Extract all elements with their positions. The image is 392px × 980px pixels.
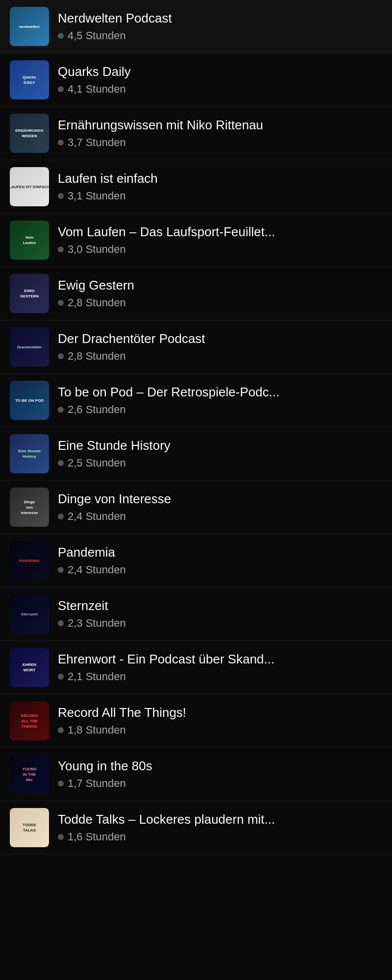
podcast-artwork-ehrenwort: EHRENWORT [10, 648, 49, 687]
podcast-item-eine-stunde[interactable]: Eine StundeHistoryEine Stunde History2,5… [0, 427, 392, 481]
svg-text:TODDE: TODDE [23, 823, 37, 827]
podcast-title-vom-laufen: Vom Laufen – Das Laufsport-Feuillet... [58, 224, 382, 240]
podcast-item-young[interactable]: YOUNGIN THE80sYoung in the 80s1,7 Stunde… [0, 748, 392, 801]
podcast-item-quarks[interactable]: QuarksDAILYQuarks Daily4,1 Stunden [0, 53, 392, 107]
duration-dot-vom-laufen [58, 246, 64, 252]
duration-dot-laufen-einfach [58, 193, 64, 199]
podcast-artwork-sternzeit: Sternzeit [10, 594, 49, 634]
podcast-duration-tobe: 2,6 Stunden [58, 403, 382, 416]
podcast-duration-eine-stunde: 2,5 Stunden [58, 457, 382, 469]
duration-text-vom-laufen: 3,0 Stunden [68, 243, 126, 256]
svg-text:Drachentöter: Drachentöter [17, 345, 42, 349]
podcast-item-pandemia[interactable]: PANDEMIAPandemia2,4 Stunden [0, 534, 392, 588]
podcast-item-drachentöter[interactable]: DrachentöterDer Drachentöter Podcast2,8 … [0, 320, 392, 374]
podcast-info-drachentöter: Der Drachentöter Podcast2,8 Stunden [58, 331, 382, 362]
podcast-artwork-quarks: QuarksDAILY [10, 60, 49, 99]
podcast-title-ehrenwort: Ehrenwort - Ein Podcast über Skand... [58, 652, 382, 667]
podcast-artwork-nerdwelten: nerdwelten [10, 7, 49, 46]
podcast-title-pandemia: Pandemia [58, 545, 382, 560]
podcast-info-ewig-gestern: Ewig Gestern2,8 Stunden [58, 278, 382, 309]
duration-text-tobe: 2,6 Stunden [68, 403, 126, 416]
podcast-title-todde: Todde Talks – Lockeres plaudern mit... [58, 812, 382, 827]
svg-rect-5 [10, 114, 49, 153]
podcast-duration-pandemia: 2,4 Stunden [58, 564, 382, 576]
svg-text:Interesse: Interesse [21, 511, 38, 515]
svg-text:EWIG: EWIG [24, 289, 34, 293]
podcast-item-ernahrung[interactable]: ERNÄHRUNGSWISSENErnährungswissen mit Nik… [0, 107, 392, 160]
duration-text-young: 1,7 Stunden [68, 777, 126, 790]
svg-text:PANDEMIA: PANDEMIA [19, 559, 40, 563]
duration-text-ernahrung: 3,7 Stunden [68, 136, 126, 149]
podcast-artwork-pandemia: PANDEMIA [10, 541, 49, 580]
podcast-item-ewig-gestern[interactable]: EWIGGESTERNEwig Gestern2,8 Stunden [0, 267, 392, 320]
svg-text:Eine Stunde: Eine Stunde [18, 449, 41, 453]
svg-rect-13 [10, 274, 49, 313]
podcast-title-nerdwelten: Nerdwelten Podcast [58, 11, 382, 26]
svg-text:Quarks: Quarks [23, 75, 36, 79]
podcast-item-laufen-einfach[interactable]: LAUFEN IST EINFACHLaufen ist einfach3,1 … [0, 160, 392, 214]
svg-text:LAUFEN IST EINFACH: LAUFEN IST EINFACH [10, 185, 49, 189]
duration-dot-sternzeit [58, 620, 64, 626]
duration-dot-nerdwelten [58, 33, 64, 39]
duration-text-nerdwelten: 4,5 Stunden [68, 29, 126, 42]
svg-text:DAILY: DAILY [24, 80, 35, 85]
podcast-info-ernahrung: Ernährungswissen mit Niko Rittenau3,7 St… [58, 118, 382, 148]
duration-text-drachentöter: 2,8 Stunden [68, 350, 126, 363]
podcast-item-nerdwelten[interactable]: nerdweltenNerdwelten Podcast4,5 Stunden [0, 0, 392, 53]
podcast-artwork-dinge: DingevonInteresse [10, 488, 49, 527]
svg-text:History: History [23, 454, 36, 459]
podcast-title-ewig-gestern: Ewig Gestern [58, 278, 382, 293]
podcast-item-ehrenwort[interactable]: EHRENWORTEhrenwort - Ein Podcast über Sk… [0, 641, 392, 694]
svg-rect-20 [10, 434, 49, 473]
podcast-artwork-ewig-gestern: EWIGGESTERN [10, 274, 49, 313]
svg-text:Dinge: Dinge [24, 500, 35, 504]
podcast-duration-quarks: 4,1 Stunden [58, 83, 382, 96]
podcast-artwork-laufen-einfach: LAUFEN IST EINFACH [10, 167, 49, 206]
duration-text-laufen-einfach: 3,1 Stunden [68, 190, 126, 202]
duration-dot-tobe [58, 407, 64, 413]
duration-text-quarks: 4,1 Stunden [68, 83, 126, 96]
svg-text:Laufen: Laufen [23, 241, 36, 245]
duration-dot-young [58, 781, 64, 786]
podcast-title-record: Record All The Things! [58, 705, 382, 720]
podcast-info-young: Young in the 80s1,7 Stunden [58, 759, 382, 789]
podcast-item-dinge[interactable]: DingevonInteresseDinge von Interesse2,4 … [0, 481, 392, 534]
svg-text:TO BE ON POD: TO BE ON POD [15, 398, 44, 403]
svg-text:Vom: Vom [25, 235, 34, 240]
podcast-title-young: Young in the 80s [58, 759, 382, 774]
podcast-title-sternzeit: Sternzeit [58, 598, 382, 613]
duration-text-eine-stunde: 2,5 Stunden [68, 457, 126, 469]
duration-dot-pandemia [58, 567, 64, 573]
podcast-info-vom-laufen: Vom Laufen – Das Laufsport-Feuillet...3,… [58, 224, 382, 255]
duration-text-dinge: 2,4 Stunden [68, 510, 126, 523]
podcast-duration-vom-laufen: 3,0 Stunden [58, 243, 382, 256]
podcast-title-drachentöter: Der Drachentöter Podcast [58, 331, 382, 346]
podcast-artwork-young: YOUNGIN THE80s [10, 755, 49, 794]
podcast-title-eine-stunde: Eine Stunde History [58, 438, 382, 453]
podcast-duration-ernahrung: 3,7 Stunden [58, 136, 382, 149]
podcast-item-tobe[interactable]: TO BE ON PODTo be on Pod – Der Retrospie… [0, 374, 392, 427]
podcast-artwork-todde: TODDETALKS [10, 808, 49, 847]
podcast-artwork-eine-stunde: Eine StundeHistory [10, 434, 49, 473]
podcast-artwork-record: RECORDALL THETHINGS! [10, 701, 49, 740]
podcast-info-todde: Todde Talks – Lockeres plaudern mit...1,… [58, 812, 382, 843]
svg-text:THINGS!: THINGS! [22, 724, 38, 729]
svg-text:Sternzeit: Sternzeit [21, 612, 38, 616]
duration-dot-dinge [58, 514, 64, 519]
podcast-duration-drachentöter: 2,8 Stunden [58, 350, 382, 363]
svg-text:IN THE: IN THE [23, 772, 36, 777]
podcast-item-sternzeit[interactable]: SternzeitSternzeit2,3 Stunden [0, 588, 392, 641]
podcast-title-ernahrung: Ernährungswissen mit Niko Rittenau [58, 118, 382, 133]
podcast-duration-ehrenwort: 2,1 Stunden [58, 670, 382, 683]
duration-dot-ewig-gestern [58, 300, 64, 306]
podcast-info-dinge: Dinge von Interesse2,4 Stunden [58, 491, 382, 522]
podcast-duration-dinge: 2,4 Stunden [58, 510, 382, 523]
podcast-item-vom-laufen[interactable]: VomLaufenVom Laufen – Das Laufsport-Feui… [0, 214, 392, 267]
duration-dot-todde [58, 834, 64, 840]
podcast-item-record[interactable]: RECORDALL THETHINGS!Record All The Thing… [0, 694, 392, 748]
podcast-title-laufen-einfach: Laufen ist einfach [58, 171, 382, 186]
podcast-item-todde[interactable]: TODDETALKSTodde Talks – Lockeres plauder… [0, 801, 392, 855]
duration-dot-ehrenwort [58, 674, 64, 680]
podcast-list: nerdweltenNerdwelten Podcast4,5 StundenQ… [0, 0, 392, 855]
podcast-duration-ewig-gestern: 2,8 Stunden [58, 296, 382, 309]
